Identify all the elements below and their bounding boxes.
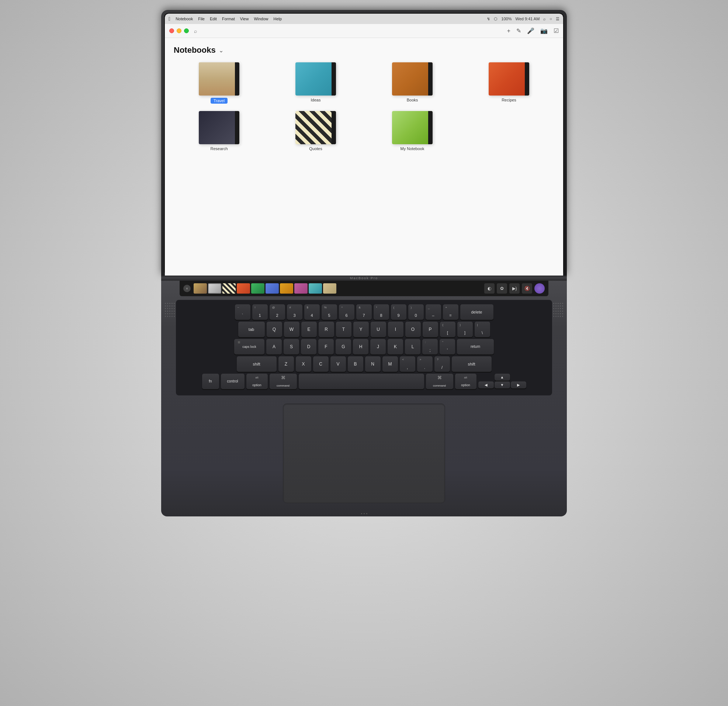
trackpad[interactable] [283,404,445,503]
key-8[interactable]: * 8 [374,304,389,320]
key-spacebar[interactable] [299,374,424,389]
key-t[interactable]: T [336,322,351,337]
key-r[interactable]: R [319,322,334,337]
tb-thumb-1[interactable] [194,283,207,294]
close-button[interactable] [169,28,174,33]
siri-icon[interactable]: ○ [549,17,552,21]
key-z[interactable]: Z [279,356,294,372]
key-capslock[interactable]: caps lock [234,339,264,354]
notebook-item-recipes[interactable]: Recipes [464,62,554,104]
key-shift-left[interactable]: shift [237,356,277,372]
key-backtick[interactable]: ~ ` [235,304,250,320]
key-i[interactable]: I [388,322,403,337]
key-3[interactable]: # 3 [287,304,302,320]
key-x[interactable]: X [296,356,311,372]
key-9[interactable]: ( 9 [391,304,406,320]
tb-volume-button[interactable]: ▶) [509,283,520,294]
key-f[interactable]: F [318,339,334,354]
touch-bar-close-button[interactable]: × [183,285,191,292]
key-d[interactable]: D [301,339,316,354]
notification-icon[interactable]: ☰ [556,17,559,22]
key-period[interactable]: > . [417,356,433,372]
menu-app[interactable]: Notebook [176,17,193,21]
tb-thumb-8[interactable] [294,283,308,294]
tb-thumb-6[interactable] [266,283,279,294]
key-7[interactable]: & 7 [356,304,372,320]
key-1[interactable]: ! 1 [252,304,268,320]
key-bracket-left[interactable]: { [ [440,322,455,337]
key-6[interactable]: ^ 6 [339,304,354,320]
search-icon[interactable]: ⌕ [194,28,197,34]
menu-window[interactable]: Window [254,17,268,21]
key-o[interactable]: O [405,322,421,337]
add-button[interactable]: + [507,27,510,34]
key-a[interactable]: A [266,339,282,354]
key-u[interactable]: U [371,322,386,337]
key-comma[interactable]: < , [400,356,415,372]
key-arrow-right[interactable]: ▶ [511,381,526,388]
key-b[interactable]: B [348,356,363,372]
tb-thumb-3[interactable] [222,283,235,294]
menu-help[interactable]: Help [274,17,282,21]
key-bracket-right[interactable]: } ] [457,322,473,337]
camera-icon[interactable]: 📷 [540,27,547,34]
tb-brightness-down-button[interactable]: ◐ [484,283,494,294]
touch-bar[interactable]: × ◐ ✿ ▶) 🔇 [180,281,548,296]
key-command-right[interactable]: ⌘ command [426,374,453,389]
tb-thumb-10[interactable] [323,283,337,294]
key-n[interactable]: N [365,356,381,372]
notebook-item-travel[interactable]: Travel [174,62,264,104]
notebook-item-research[interactable]: Research [174,111,264,151]
tb-thumb-2[interactable] [208,283,221,294]
search-icon[interactable]: ⌕ [543,17,546,21]
key-alt-left[interactable]: alt option [246,374,268,389]
minimize-button[interactable] [177,28,182,33]
key-l[interactable]: L [405,339,420,354]
key-c[interactable]: C [313,356,329,372]
key-e[interactable]: E [301,322,317,337]
menu-view[interactable]: View [240,17,249,21]
tb-mute-button[interactable]: 🔇 [522,283,532,294]
key-slash[interactable]: ? / [435,356,450,372]
checkbox-icon[interactable]: ☑ [553,27,559,34]
menu-edit[interactable]: Edit [210,17,217,21]
key-alt-right[interactable]: alt option [455,374,477,389]
key-backslash[interactable]: | \ [475,322,490,337]
notebooks-chevron-icon[interactable]: ⌄ [219,47,224,54]
key-return[interactable]: return [457,339,494,354]
key-w[interactable]: W [284,322,299,337]
key-j[interactable]: J [370,339,386,354]
notebook-item-books[interactable]: Books [367,62,458,104]
key-2[interactable]: @ 2 [270,304,285,320]
key-0[interactable]: ) 0 [408,304,424,320]
key-control[interactable]: control [221,374,244,389]
key-p[interactable]: P [423,322,438,337]
menu-format[interactable]: Format [222,17,235,21]
mic-icon[interactable]: 🎤 [527,27,534,34]
key-v[interactable]: V [331,356,346,372]
key-shift-right[interactable]: shift [452,356,492,372]
menu-file[interactable]: File [198,17,205,21]
siri-button[interactable] [534,283,545,294]
key-q[interactable]: Q [267,322,282,337]
key-quote[interactable]: " ' [440,339,455,354]
key-arrow-up[interactable]: ▲ [494,374,510,380]
tb-thumb-9[interactable] [309,283,322,294]
notebook-item-ideas[interactable]: Ideas [270,62,361,104]
key-delete[interactable]: delete [460,304,494,320]
key-equals[interactable]: + = [443,304,458,320]
tb-brightness-up-button[interactable]: ✿ [497,283,507,294]
key-arrow-down[interactable]: ▼ [494,381,510,388]
key-minus[interactable]: _ – [426,304,441,320]
key-y[interactable]: Y [353,322,369,337]
key-fn[interactable]: fn [202,374,219,389]
key-s[interactable]: S [284,339,299,354]
compose-icon[interactable]: ✎ [516,27,521,34]
key-4[interactable]: $ 4 [304,304,320,320]
tb-thumb-7[interactable] [280,283,293,294]
key-command-left[interactable]: ⌘ command [270,374,297,389]
key-arrow-left[interactable]: ◀ [478,381,494,388]
key-semicolon[interactable]: : ; [422,339,438,354]
key-tab[interactable]: tab [238,322,265,337]
maximize-button[interactable] [184,28,189,33]
